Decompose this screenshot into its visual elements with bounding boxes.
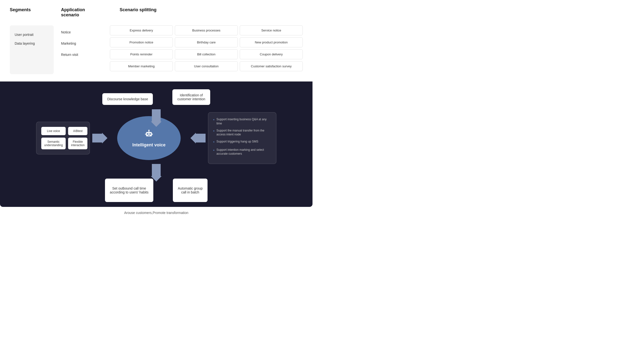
svg-rect-6 xyxy=(145,134,146,135)
discourse-knowledge-base-box: Discourse knowledge base xyxy=(102,93,153,105)
scenario-promotion-notice: Promotion notice xyxy=(110,37,173,47)
scenario-member-marketing: Member marketing xyxy=(110,61,173,71)
bullet-icon-3: • xyxy=(213,139,215,145)
scenario-bill-collection: Bill collection xyxy=(175,49,238,59)
outbound-call-time-box: Set outbound call time according to user… xyxy=(105,179,153,202)
scenario-express-delivery: Express delivery xyxy=(110,25,173,35)
left-features-panel: Live voice A/Btest Semantic understandin… xyxy=(36,122,90,154)
footer-text: Arouse customers,Promote transformation xyxy=(0,211,312,217)
svg-rect-0 xyxy=(146,132,152,136)
app-item-notice: Notice xyxy=(61,30,100,34)
left-to-center-arrow xyxy=(92,133,107,143)
right-item-2: • Support the manual transfer from the a… xyxy=(213,129,271,137)
bullet-icon-1: • xyxy=(213,117,215,122)
application-column: Notice Marketing Return visit xyxy=(61,25,100,56)
scenario-service-notice: Service notice xyxy=(240,25,303,35)
app-scenario-title: Application scenario xyxy=(61,7,100,18)
top-section: Segments Application scenario Scenario s… xyxy=(0,0,312,82)
scenario-user-consultation: User consultation xyxy=(175,61,238,71)
scenario-new-product-promotion: New product promotion xyxy=(240,37,303,47)
tag-ab-test: A/Btest xyxy=(68,127,87,135)
diagram: Discourse knowledge base Identification … xyxy=(10,89,303,202)
scenario-birthday-care: Birthday care xyxy=(175,37,238,47)
scenario-splitting-title: Scenario splitting xyxy=(120,7,303,12)
svg-rect-3 xyxy=(148,135,150,136)
app-item-return-visit: Return visit xyxy=(61,53,100,56)
segments-title: Segments xyxy=(10,7,54,12)
right-item-3: • Support triggering hang up SMS xyxy=(213,140,271,145)
customer-intention-box: Identification of customer intention xyxy=(172,89,210,105)
tag-flexible-interaction: Flexible interaction xyxy=(68,138,87,149)
middle-to-bottom-arrow xyxy=(151,164,162,182)
top-content: User portrait Data layering Notice Marke… xyxy=(10,25,303,74)
tag-semantic-understanding: Semantic understanding xyxy=(41,138,66,149)
tag-live-voice: Live voice xyxy=(41,127,66,135)
automatic-group-call-box: Automatic group call in batch xyxy=(173,179,208,202)
bullet-icon-2: • xyxy=(213,128,215,134)
svg-rect-7 xyxy=(152,134,153,135)
scenario-grid: Express delivery Business processes Serv… xyxy=(110,25,303,71)
bottom-section: Discourse knowledge base Identification … xyxy=(0,82,312,207)
app-item-marketing: Marketing xyxy=(61,41,100,45)
scenario-business-processes: Business processes xyxy=(175,25,238,35)
center-label: Intelligent voice xyxy=(132,142,165,148)
column-headers: Segments Application scenario Scenario s… xyxy=(10,7,303,22)
right-item-1: • Support inserting business Q&A at any … xyxy=(213,117,271,126)
scenario-coupon-delivery: Coupon delivery xyxy=(240,49,303,59)
segment-user-portrait: User portrait xyxy=(15,33,49,37)
robot-icon xyxy=(144,129,154,140)
svg-point-2 xyxy=(149,133,151,135)
bullet-icon-4: • xyxy=(213,148,215,153)
svg-point-1 xyxy=(147,133,148,135)
scenario-points-reminder: Points reminder xyxy=(110,49,173,59)
right-features-panel: • Support inserting business Q&A at any … xyxy=(208,112,276,164)
scenario-customer-satisfaction: Customer satisfaction survey xyxy=(240,61,303,71)
intelligent-voice-center: Intelligent voice xyxy=(117,116,181,160)
right-item-4: • Support intention marking and select a… xyxy=(213,148,271,156)
top-down-arrow xyxy=(151,109,162,127)
right-to-center-arrow xyxy=(190,133,206,143)
svg-point-5 xyxy=(148,130,150,131)
segments-box: User portrait Data layering xyxy=(10,25,54,74)
segment-data-layering: Data layering xyxy=(15,41,49,45)
